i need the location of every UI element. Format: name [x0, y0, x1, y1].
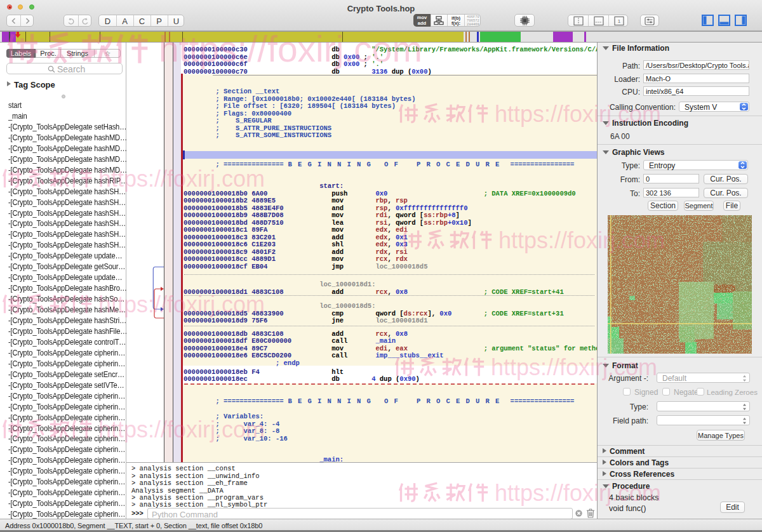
- svg-text:1: 1: [618, 18, 621, 24]
